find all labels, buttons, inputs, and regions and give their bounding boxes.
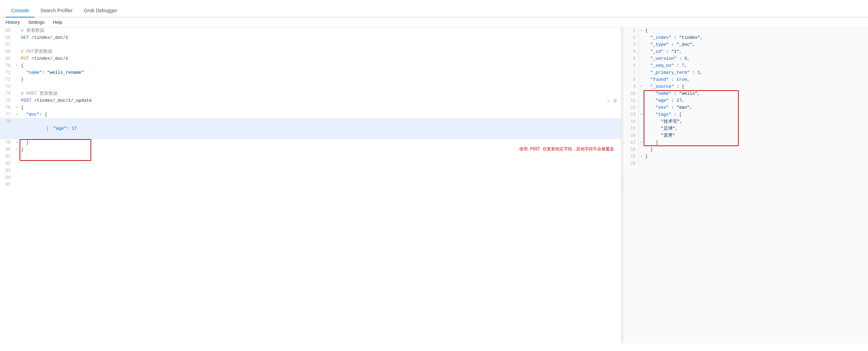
line-number: 3: [623, 41, 639, 48]
line-number: 82: [0, 160, 14, 167]
line-number: 7: [623, 69, 639, 76]
table-row: 84: [0, 174, 621, 181]
line-content: {: [644, 27, 868, 34]
line-number: 16: [623, 132, 639, 139]
line-number: 70: [0, 62, 14, 69]
table-row: 78 "age": 17: [0, 118, 621, 139]
line-number: 4: [623, 48, 639, 55]
line-number: 72: [0, 76, 14, 83]
fold-toggle[interactable]: ▾: [639, 111, 644, 118]
table-row: 71 "name": "wells_rename": [0, 69, 621, 76]
line-content: "tags" : [: [644, 111, 868, 118]
line-content: "直男": [644, 132, 868, 139]
line-number: 71: [0, 69, 14, 76]
table-row: 83: [0, 167, 621, 174]
nav-help[interactable]: Help: [53, 20, 62, 25]
table-row: 2 "_index" : "tindex",: [623, 34, 868, 41]
table-row: 65 # 查看数据: [0, 27, 621, 34]
line-content: "age" : 17,: [644, 97, 868, 104]
table-row: 6 "_seq_no" : 7,: [623, 62, 868, 69]
line-number: 20: [623, 160, 639, 167]
table-row: 13 ▾ "tags" : [: [623, 111, 868, 118]
line-number: 75: [0, 97, 14, 104]
line-number: 85: [0, 181, 14, 188]
line-number: 67: [0, 41, 14, 48]
table-row: 7 "_primary_term" : 1,: [623, 69, 868, 76]
line-number: 76: [0, 104, 14, 111]
table-row: 12 "sex" : "man",: [623, 104, 868, 111]
table-row: 18 }: [623, 146, 868, 153]
line-number: 74: [0, 90, 14, 97]
table-row: 76 ▾ {: [0, 104, 621, 111]
table-row: 73: [0, 83, 621, 90]
table-row: 16 "直男": [623, 132, 868, 139]
line-content: "doc": {: [20, 111, 621, 118]
line-content: {: [20, 62, 621, 69]
table-row: 1 ▾ {: [623, 27, 868, 34]
line-content: }: [20, 146, 24, 153]
line-content: "_primary_term" : 1,: [644, 69, 868, 76]
fold-toggle[interactable]: ▾: [639, 153, 644, 160]
table-row: 15 "足球",: [623, 125, 868, 132]
line-content: "技术宅",: [644, 118, 868, 125]
line-content: "_type" : "_doc",: [644, 41, 868, 48]
table-row: 14 "技术宅",: [623, 118, 868, 125]
table-row: 85: [0, 181, 621, 188]
line-number: 68: [0, 48, 14, 55]
table-row: 70 ▾ {: [0, 62, 621, 69]
table-row: 82: [0, 160, 621, 167]
line-number: 2: [623, 34, 639, 41]
fold-toggle[interactable]: ▾: [639, 139, 644, 146]
line-number: 80: [0, 146, 14, 153]
code-editor[interactable]: 65 # 查看数据 66 GET /tindex/_doc/1 67 68 # …: [0, 27, 621, 343]
table-row: 77 ▾ "doc": {: [0, 111, 621, 118]
table-row: 9 ▾ "_source" : {: [623, 83, 868, 90]
line-content: "_index" : "tindex",: [644, 34, 868, 41]
line-content: }: [20, 139, 621, 146]
nav-history[interactable]: History: [6, 20, 20, 25]
line-content: }: [20, 76, 621, 83]
tab-grok-debugger[interactable]: Grok Debugger: [78, 4, 123, 17]
fold-toggle[interactable]: ▾: [14, 139, 20, 146]
line-content: "age": 17: [20, 118, 621, 139]
line-number: 73: [0, 83, 14, 90]
table-row: 67: [0, 41, 621, 48]
copy-icon[interactable]: ⚙: [613, 97, 617, 104]
line-content: "_seq_no" : 7,: [644, 62, 868, 69]
line-content: "sex" : "man",: [644, 104, 868, 111]
line-number: 6: [623, 62, 639, 69]
line-number: 8: [623, 76, 639, 83]
line-number: 5: [623, 55, 639, 62]
line-content: "name" : "wells",: [644, 90, 868, 97]
run-icon[interactable]: ▷: [608, 98, 610, 104]
line-number: 77: [0, 111, 14, 118]
main-content: 65 # 查看数据 66 GET /tindex/_doc/1 67 68 # …: [0, 27, 868, 343]
fold-toggle[interactable]: ▾: [14, 62, 20, 69]
table-row: 11 "age" : 17,: [623, 97, 868, 104]
table-row: 19 ▾ }: [623, 153, 868, 160]
line-number: 9: [623, 83, 639, 90]
tab-console[interactable]: Console: [6, 4, 35, 17]
line-content: # PUT更新数据: [20, 48, 621, 55]
table-row: 66 GET /tindex/_doc/1: [0, 34, 621, 41]
table-row: 20: [623, 160, 868, 167]
fold-toggle[interactable]: ▾: [14, 111, 20, 118]
line-content: }: [644, 146, 868, 153]
table-row: 68 # PUT更新数据: [0, 48, 621, 55]
result-code[interactable]: 1 ▾ { 2 "_index" : "tindex", 3 "_type" :…: [623, 27, 868, 343]
line-content: "name": "wells_rename": [20, 69, 621, 76]
fold-toggle[interactable]: ▾: [14, 146, 20, 153]
tab-search-profiler[interactable]: Search Profiler: [35, 4, 78, 17]
line-content: "_id" : "1",: [644, 48, 868, 55]
table-row: 17 ▾ ]: [623, 139, 868, 146]
line-number: 17: [623, 139, 639, 146]
fold-toggle[interactable]: ▾: [14, 104, 20, 111]
line-number: 19: [623, 153, 639, 160]
table-row: 81: [0, 153, 621, 160]
fold-toggle[interactable]: ▾: [639, 27, 644, 34]
fold-toggle[interactable]: ▾: [639, 83, 644, 90]
table-row: 3 "_type" : "_doc",: [623, 41, 868, 48]
line-number: 83: [0, 167, 14, 174]
nav-settings[interactable]: Settings: [28, 20, 44, 25]
line-content: # 查看数据: [20, 27, 621, 34]
